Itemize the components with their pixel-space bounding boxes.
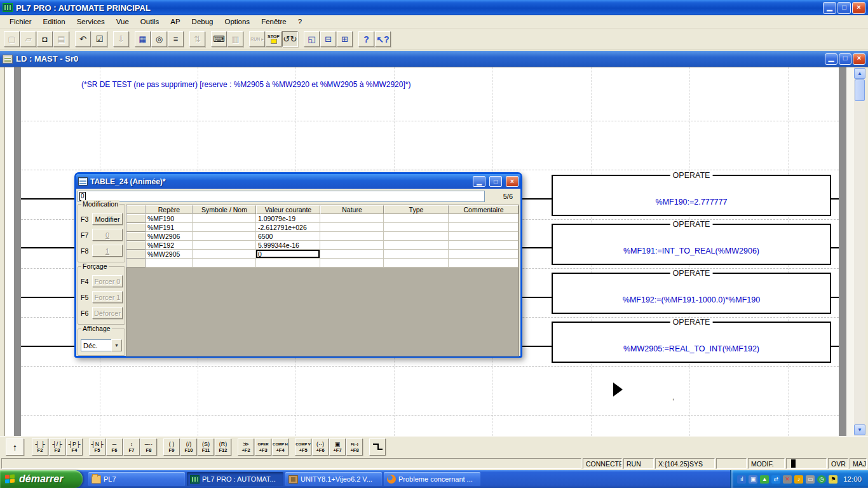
table-row[interactable]: %MW2905 0: [126, 250, 519, 259]
row-selector[interactable]: [126, 223, 146, 232]
taskbar-task[interactable]: PL7 PRO : AUTOMAT...: [187, 472, 283, 486]
scroll-down-icon[interactable]: ▼: [854, 424, 865, 435]
open-button[interactable]: ▱: [20, 31, 36, 47]
row-selector[interactable]: [126, 214, 146, 223]
palette-button[interactable]: ↕ F7: [123, 438, 140, 456]
row-selector[interactable]: [126, 250, 146, 259]
cascade-windows-button[interactable]: ◱: [304, 31, 320, 47]
minimize-button[interactable]: ▁: [823, 2, 836, 14]
menu-item[interactable]: Options: [219, 17, 255, 27]
start-button[interactable]: démarrer: [0, 470, 83, 488]
menu-item[interactable]: Outils: [135, 17, 165, 27]
tile-horizontal-button[interactable]: ⊟: [320, 31, 336, 47]
table-row[interactable]: %MW2906 6500: [126, 232, 519, 241]
menu-item[interactable]: Vue: [111, 17, 135, 27]
menu-item[interactable]: Fenêtre: [255, 17, 292, 27]
language-icon[interactable]: ⚑: [829, 475, 837, 484]
table-row[interactable]: %MF190 1.09079e-19: [126, 214, 519, 223]
library-button[interactable]: ≡: [168, 31, 184, 47]
operate-block[interactable]: OPERATE %MF192:=(%MF191-1000.0)*%MF190: [552, 273, 831, 314]
scrollbar-thumb[interactable]: [855, 79, 865, 101]
display-icon[interactable]: ▭: [806, 475, 815, 484]
palette-button[interactable]: ┤P├ F4: [66, 438, 83, 456]
palette-button[interactable]: F(··) +F8: [346, 438, 363, 456]
child-restore-button[interactable]: □: [839, 53, 851, 65]
grid-button[interactable]: ▥: [227, 31, 243, 47]
value-edit-field[interactable]: 0: [78, 191, 485, 202]
modification-button[interactable]: Modifier: [92, 213, 123, 225]
child-minimize-button[interactable]: ▁: [825, 53, 837, 65]
close-button[interactable]: ×: [852, 2, 865, 14]
display-format-dropdown[interactable]: Déc. ▼: [81, 339, 122, 351]
menu-item[interactable]: Services: [71, 17, 111, 27]
palette-button[interactable]: ≫ +F2: [238, 438, 254, 456]
force-button[interactable]: Déforcer: [92, 307, 123, 319]
new-button[interactable]: ▢: [4, 31, 20, 47]
operate-block[interactable]: OPERATE %MF191:=INT_TO_REAL(%MW2906): [552, 224, 831, 265]
palette-button[interactable]: ┤/├ F3: [49, 438, 65, 456]
terminal-mode-button[interactable]: ⌨: [211, 31, 227, 47]
dialog-close-button[interactable]: ×: [506, 176, 519, 187]
palette-button[interactable]: COMP H +F4: [272, 438, 288, 456]
chevron-down-icon[interactable]: ▼: [111, 339, 122, 351]
volume-icon[interactable]: ♪: [794, 475, 803, 484]
confirm-button[interactable]: ☑: [92, 31, 107, 47]
save-button[interactable]: ◘: [37, 31, 53, 47]
palette-button[interactable]: ┤N├ F5: [89, 438, 105, 456]
help-button[interactable]: ?: [358, 31, 374, 47]
stop-button[interactable]: STOP: [266, 31, 281, 47]
menu-item[interactable]: Debug: [186, 17, 219, 27]
teamviewer-icon[interactable]: ⇄: [771, 475, 780, 484]
empty-table-row[interactable]: [126, 259, 519, 268]
taskbar-task[interactable]: UNITY8.1+Vijeo6.2 V...: [285, 472, 382, 486]
palette-button[interactable]: (S) F11: [198, 438, 214, 456]
dialog-title-bar[interactable]: TABLE_24 (Animée)* ▁ □ ×: [76, 174, 520, 189]
palette-button[interactable]: ┤ ├ F2: [32, 438, 48, 456]
palette-button[interactable]: COMP V +F5: [295, 438, 311, 456]
force-button[interactable]: Forcer 0: [92, 275, 123, 287]
table-row[interactable]: %MF191 -2.612791e+026: [126, 223, 519, 232]
palette-button[interactable]: ─ F6: [106, 438, 123, 456]
half-rung-button[interactable]: [369, 438, 386, 456]
palette-button[interactable]: ─·· F8: [140, 438, 157, 456]
row-selector[interactable]: [126, 232, 146, 241]
menu-item[interactable]: Edition: [37, 17, 71, 27]
plc-transfer-button[interactable]: ⇅: [189, 31, 205, 47]
print-button[interactable]: ▤: [53, 31, 69, 47]
palette-button[interactable]: (··) +F6: [312, 438, 329, 456]
palette-button[interactable]: ▣ +F7: [329, 438, 346, 456]
palette-button[interactable]: (R) F12: [215, 438, 231, 456]
palette-button[interactable]: (/) F10: [180, 438, 197, 456]
child-close-button[interactable]: ×: [853, 53, 865, 65]
vertical-scrollbar[interactable]: ▲ ▼: [854, 67, 865, 436]
modification-button[interactable]: 0: [92, 229, 123, 241]
network-disconnected-icon[interactable]: ✕: [783, 475, 792, 484]
palette-button[interactable]: OPER +F3: [255, 438, 271, 456]
palette-button[interactable]: ( ) F9: [163, 438, 180, 456]
application-browser-button[interactable]: ▦: [135, 31, 151, 47]
undo-button[interactable]: ↶: [75, 31, 91, 47]
scroll-up-palette-button[interactable]: ↑: [6, 438, 24, 456]
force-button[interactable]: Forcer 1: [92, 291, 123, 303]
table-row[interactable]: %MF192 5.999344e-16: [126, 241, 519, 250]
dialog-minimize-button[interactable]: ▁: [473, 176, 485, 187]
operate-block[interactable]: OPERATE %MF190:=2.777777: [552, 175, 831, 216]
modification-button[interactable]: 1: [92, 245, 123, 257]
menu-item[interactable]: ?: [292, 17, 308, 27]
search-button[interactable]: ◎: [151, 31, 167, 47]
run-button[interactable]: RUN ▸: [249, 31, 265, 47]
operate-block[interactable]: OPERATE %MW2905:=REAL_TO_INT(%MF192): [552, 322, 831, 363]
remote-desktop-icon[interactable]: ▣: [749, 475, 757, 484]
tile-vertical-button[interactable]: ⊞: [337, 31, 353, 47]
row-selector[interactable]: [126, 241, 146, 250]
restore-button[interactable]: □: [837, 2, 851, 14]
menu-item[interactable]: AP: [165, 17, 186, 27]
network-signal-icon[interactable]: ıl: [737, 475, 746, 484]
scroll-up-icon[interactable]: ▲: [854, 68, 865, 79]
scheduler-icon[interactable]: ◷: [817, 475, 826, 484]
menu-item[interactable]: Fichier: [4, 17, 37, 27]
dialog-maximize-button[interactable]: □: [489, 176, 502, 187]
safely-remove-icon[interactable]: ▲: [760, 475, 769, 484]
taskbar-task[interactable]: PL7: [88, 472, 185, 486]
taskbar-task[interactable]: Probleme concernant ...: [384, 472, 480, 486]
